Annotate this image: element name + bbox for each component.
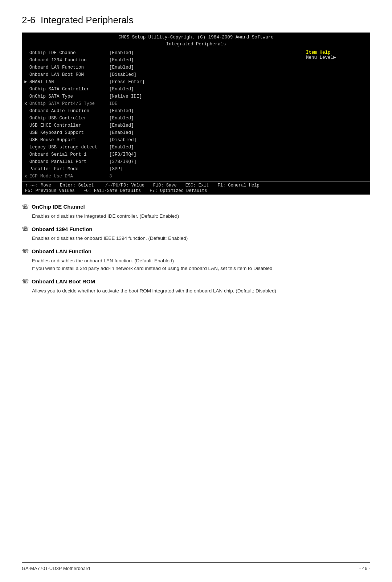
bios-row-label: Legacy USB storage detect — [29, 144, 109, 151]
bios-row-label: OnChip SATA Port4/5 Type — [29, 100, 109, 107]
bios-row-label: Onboard LAN Boot ROM — [29, 71, 109, 78]
bios-footer-item: F7: Optimized Defaults — [150, 188, 207, 193]
bios-row-label: OnChip IDE Channel — [29, 49, 109, 57]
section-heading-text: Onboard 1394 Function — [32, 226, 93, 232]
bios-row-label: Parallel Port Mode — [29, 165, 109, 173]
bios-row-label: OnChip USB Controller — [29, 115, 109, 122]
section-onboard-1394: ☏Onboard 1394 FunctionEnables or disable… — [22, 226, 370, 242]
bios-row-no-arrow: x — [24, 173, 29, 180]
bios-header-line1: CMOS Setup Utility-Copyright (C) 1984-20… — [22, 34, 370, 41]
section-heading-text: OnChip IDE Channel — [32, 204, 85, 210]
section-body-onboard-lan: Enables or disables the onboard LAN func… — [32, 257, 370, 272]
bios-row-value: [Enabled] — [109, 129, 134, 136]
bios-row-value: [Enabled] — [109, 64, 134, 71]
bios-row: USB Keyboard Support[Enabled] — [24, 129, 299, 136]
bios-row-label: Onboard 1394 Function — [29, 57, 109, 64]
bios-footer-item: ESC: Exit — [185, 183, 209, 188]
bios-footer-item: F1: General Help — [217, 183, 259, 188]
section-body-onboard-lan-boot: Allows you to decide whether to activate… — [32, 287, 370, 295]
bios-row-label: Onboard Serial Port 1 — [29, 151, 109, 158]
bios-row-value: [Enabled] — [109, 122, 134, 129]
item-help-title: Item Help — [306, 50, 368, 55]
tel-icon: ☏ — [22, 278, 29, 285]
bios-footer-row: ↑↓→←: MoveEnter: Select+/-/PU/PD: ValueF… — [25, 183, 367, 188]
footer-left: GA-MA770T-UD3P Motherboard — [22, 566, 90, 571]
bios-row-label: OnChip SATA Controller — [29, 86, 109, 93]
bios-header-line2: Integrated Peripherals — [22, 41, 370, 48]
bios-row: OnChip USB Controller[Enabled] — [24, 115, 299, 122]
bios-footer-item: +/-/PU/PD: Value — [103, 183, 144, 188]
section-heading-onboard-lan: ☏Onboard LAN Function — [22, 248, 370, 255]
bios-row: OnChip IDE Channel[Enabled] — [24, 49, 299, 57]
bios-row-value: [Enabled] — [109, 49, 134, 57]
section-onchip-ide: ☏OnChip IDE ChannelEnables or disables t… — [22, 204, 370, 220]
section-heading-onchip-ide: ☏OnChip IDE Channel — [22, 204, 370, 210]
bios-row-label: USB EHCI Controller — [29, 122, 109, 129]
tel-icon: ☏ — [22, 248, 29, 255]
bios-row: Legacy USB storage detect[Enabled] — [24, 144, 299, 151]
bios-row: x OnChip SATA Port4/5 TypeIDE — [24, 100, 299, 107]
bios-row: USB EHCI Controller[Enabled] — [24, 122, 299, 129]
bios-row-no-arrow: x — [24, 100, 29, 107]
section-onboard-lan-boot: ☏Onboard LAN Boot ROMAllows you to decid… — [22, 278, 370, 295]
bios-row: OnChip SATA Type[Native IDE] — [24, 93, 299, 100]
bios-footer: ↑↓→←: MoveEnter: Select+/-/PU/PD: ValueF… — [22, 181, 370, 194]
bios-row: Parallel Port Mode[SPP] — [24, 165, 299, 173]
section-paragraph: Enables or disables the onboard LAN func… — [32, 257, 370, 265]
bios-item-help: Item Help Menu Level► — [302, 49, 368, 180]
bios-row-value: [Enabled] — [109, 107, 134, 115]
section-paragraph: Enables or disables the integrated IDE c… — [32, 212, 370, 220]
bios-row-value: [378/IRQ7] — [109, 158, 136, 165]
bios-row: Onboard Parallel Port[378/IRQ7] — [24, 158, 299, 165]
section-body-onchip-ide: Enables or disables the integrated IDE c… — [32, 212, 370, 220]
bios-row-label: Onboard Audio Function — [29, 107, 109, 115]
bios-body: OnChip IDE Channel[Enabled] Onboard 1394… — [22, 49, 370, 181]
bios-row: x ECP Mode Use DMA3 — [24, 173, 299, 180]
bios-footer-item: ↑↓→←: Move — [25, 183, 51, 188]
bios-row: ►SMART LAN[Press Enter] — [24, 78, 299, 86]
bios-row-label: USB Mouse Support — [29, 136, 109, 144]
tel-icon: ☏ — [22, 204, 29, 210]
footer-right: - 46 - — [359, 566, 370, 571]
section-paragraph: Enables or disables the onboard IEEE 139… — [32, 234, 370, 242]
item-help-value: Menu Level► — [306, 55, 368, 60]
section-heading-text: Onboard LAN Function — [32, 248, 91, 254]
bios-footer-item: F6: Fail-Safe Defaults — [83, 188, 141, 193]
bios-header: CMOS Setup Utility-Copyright (C) 1984-20… — [22, 33, 370, 49]
section-paragraph: Allows you to decide whether to activate… — [32, 287, 370, 295]
bios-row: Onboard LAN Function[Enabled] — [24, 64, 299, 71]
bios-row: Onboard Serial Port 1[3F8/IRQ4] — [24, 151, 299, 158]
bios-row-value: [Enabled] — [109, 57, 134, 64]
bios-row: Onboard LAN Boot ROM[Disabled] — [24, 71, 299, 78]
bios-row: OnChip SATA Controller[Enabled] — [24, 86, 299, 93]
bios-row-value: [Enabled] — [109, 115, 134, 122]
bios-row-label: USB Keyboard Support — [29, 129, 109, 136]
bios-row-value: [Disabled] — [109, 71, 136, 78]
bios-row-arrow: ► — [24, 78, 29, 86]
sections-container: ☏OnChip IDE ChannelEnables or disables t… — [22, 204, 370, 295]
bios-footer-item: F5: Previous Values — [25, 188, 75, 193]
bios-row-value: IDE — [109, 100, 118, 107]
bios-row-value: [Press Enter] — [109, 78, 145, 86]
bios-menu: OnChip IDE Channel[Enabled] Onboard 1394… — [24, 49, 302, 180]
bios-row-value: 3 — [109, 173, 112, 180]
section-heading-onboard-lan-boot: ☏Onboard LAN Boot ROM — [22, 278, 370, 285]
bios-row-label: Onboard Parallel Port — [29, 158, 109, 165]
bios-row-value: [Enabled] — [109, 86, 134, 93]
bios-footer-item: Enter: Select — [60, 183, 94, 188]
section-heading-onboard-1394: ☏Onboard 1394 Function — [22, 226, 370, 232]
bios-row-label: OnChip SATA Type — [29, 93, 109, 100]
bios-footer-item: F10: Save — [153, 183, 177, 188]
section-paragraph: If you wish to install a 3rd party add-i… — [32, 265, 370, 272]
bios-row: USB Mouse Support[Disabled] — [24, 136, 299, 144]
bios-row-value: [Native IDE] — [109, 93, 142, 100]
section-body-onboard-1394: Enables or disables the onboard IEEE 139… — [32, 234, 370, 242]
bios-screen: CMOS Setup Utility-Copyright (C) 1984-20… — [22, 32, 370, 195]
bios-row-value: [3F8/IRQ4] — [109, 151, 136, 158]
bios-row: Onboard 1394 Function[Enabled] — [24, 57, 299, 64]
bios-row-label: ECP Mode Use DMA — [29, 173, 109, 180]
bios-row-value: [Disabled] — [109, 136, 136, 144]
bios-row-label: SMART LAN — [29, 78, 109, 86]
bios-row-label: Onboard LAN Function — [29, 64, 109, 71]
page-footer: GA-MA770T-UD3P Motherboard - 46 - — [22, 562, 370, 571]
